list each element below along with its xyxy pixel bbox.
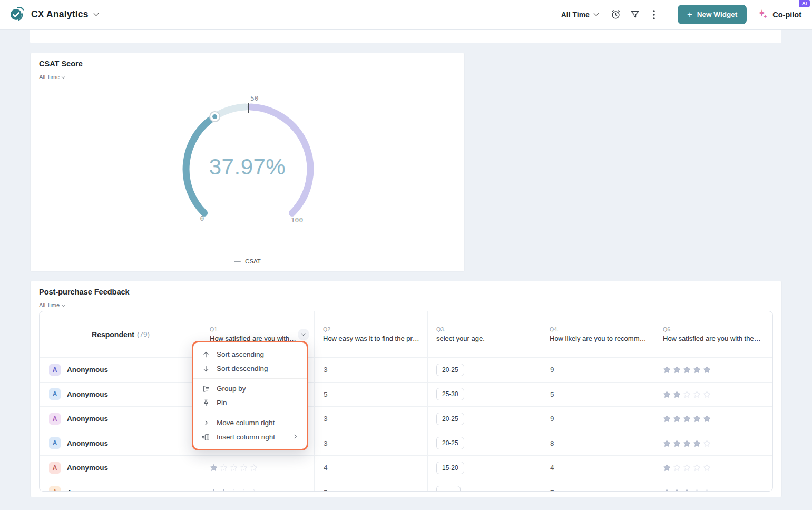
column-header-q3[interactable]: Q3.select your age. [428,311,541,357]
age-badge: 20-25 [436,364,464,376]
respondent-cell: AAnonymous [40,407,201,431]
avatar: A [49,437,61,449]
legend-dash-icon [234,261,241,262]
star-icon [663,488,671,492]
avatar: A [49,462,61,474]
star-icon [220,464,228,472]
column-menu-button[interactable] [298,329,309,340]
table-row[interactable]: AAnonymous320-258 [40,431,772,456]
star-icon [703,366,711,374]
star-icon [673,488,681,492]
respondent-cell: AAnonymous [40,480,201,492]
header-filler [770,311,772,357]
q4-cell: 4 [541,456,654,480]
star-rating [201,488,258,492]
svg-text:100: 100 [291,216,303,224]
q2-cell: 3 [315,407,428,431]
csat-gauge-chart: 500100 37.97% CSAT [31,53,464,271]
table-row[interactable]: AAnonymous320-259 [40,406,772,431]
question-text: select your age. [436,335,532,342]
star-icon [693,464,701,472]
menu-item-group-by[interactable]: Group by [193,381,307,396]
post-purchase-feedback-widget: Post-purchase Feedback All Time Responde… [30,281,782,497]
q6-cell [654,407,770,431]
scrolled-widget-edge [30,30,781,43]
star-icon [673,415,681,423]
star-icon [683,390,691,398]
table-row[interactable]: AAnonymous525-305 [40,382,772,407]
question-number: Q2. [323,326,419,332]
star-icon [683,488,691,492]
star-rating [654,415,711,423]
sparkle-icon [757,8,768,21]
menu-item-sort-ascending[interactable]: Sort ascending [193,347,307,361]
star-icon [693,488,701,492]
table-row[interactable]: AAnonymous320-259 [40,357,772,382]
age-badge: 15-20 [436,462,464,474]
q4-cell: 7 [541,480,654,492]
menu-item-label: Pin [217,399,227,407]
q2-cell: 3 [315,431,428,456]
q2-cell: 3 [315,358,428,382]
global-time-filter-label: All Time [561,11,590,19]
app-logo-icon [8,5,25,24]
menu-item-insert-column-right[interactable]: Insert column right [193,430,307,444]
star-icon [663,366,671,374]
responses-table: Respondent (79) Q1.How satisfied are you… [39,311,773,492]
age-badge [436,486,461,492]
star-icon [673,390,681,398]
app-switcher-chevron-icon[interactable] [93,11,99,16]
respondent-cell: AAnonymous [40,456,201,480]
submenu-chevron-right-icon [292,433,299,442]
avatar: A [49,413,61,425]
star-icon [703,439,711,447]
star-icon [683,415,691,423]
legend-label: CSAT [245,258,261,264]
row-filler [770,480,772,492]
respondent-cell: AAnonymous [40,382,201,407]
column-header-q2[interactable]: Q2.How easy was it to find the pr… [315,311,428,357]
table-row[interactable]: AAnonymous415-204 [40,455,772,480]
menu-item-sort-descending[interactable]: Sort descending [193,361,307,376]
star-icon [693,439,701,447]
schedule-alarm-icon[interactable] [606,5,625,24]
star-rating [654,488,711,492]
column-header-q6[interactable]: Q6.How satisfied are you with the… [654,311,770,357]
pin-icon [201,399,211,407]
global-time-filter[interactable]: All Time [561,11,598,19]
feedback-time-filter[interactable]: All Time [39,302,65,308]
feedback-widget-title: Post-purchase Feedback [39,288,130,296]
star-icon [663,464,671,472]
respondent-name: Anonymous [67,464,108,472]
star-icon [663,415,671,423]
column-header-q4[interactable]: Q4.How likely are you to recomm… [541,311,654,357]
star-rating [654,439,711,447]
respondent-count: (79) [137,330,150,338]
row-filler [770,382,772,407]
legend-item-csat[interactable]: CSAT [31,258,464,264]
arrow-up-icon [201,350,211,359]
star-icon [210,488,218,492]
copilot-button[interactable]: Co-pilot AI [757,8,801,21]
table-row[interactable]: AAnonymous57 [40,480,772,492]
q6-cell [654,358,770,382]
question-number: Q3. [436,326,532,332]
menu-item-pin[interactable]: Pin [193,396,307,410]
q3-cell: 20-25 [428,431,541,456]
new-widget-label: New Widget [697,11,737,18]
new-widget-button[interactable]: + New Widget [678,5,747,24]
menu-item-move-column-right[interactable]: Move column right [193,416,307,430]
respondent-cell: AAnonymous [40,358,201,382]
gauge-value: 37.97% [31,154,464,180]
star-icon [250,464,258,472]
column-header-respondent[interactable]: Respondent (79) [40,311,201,357]
question-number: Q4. [550,326,645,332]
q2-cell: 5 [315,480,428,492]
q2-cell: 4 [315,456,428,480]
more-options-kebab-icon[interactable] [644,5,663,24]
menu-item-label: Insert column right [217,433,275,441]
svg-text:0: 0 [200,214,204,222]
filter-icon[interactable] [625,5,644,24]
q3-cell: 20-25 [428,358,541,382]
menu-item-label: Move column right [217,419,275,427]
